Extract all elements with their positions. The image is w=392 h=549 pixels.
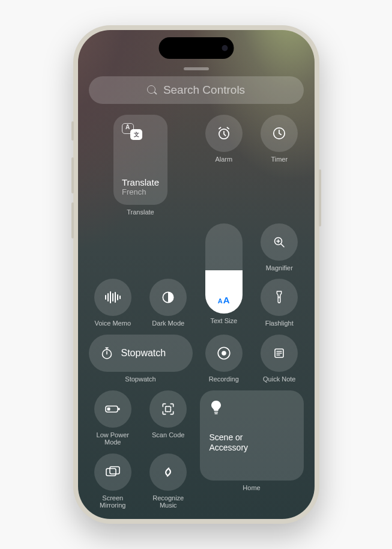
magnifier-label: Magnifier <box>266 264 293 272</box>
dark-mode-tile[interactable] <box>149 279 187 316</box>
flashlight-icon <box>273 290 286 305</box>
svg-rect-13 <box>214 413 217 414</box>
lightbulb-icon <box>210 400 223 416</box>
screen-mirroring-icon <box>104 465 121 479</box>
screen-mirroring-tile[interactable] <box>94 453 131 491</box>
home-tile-title: Scene or Accessory <box>210 432 294 453</box>
flashlight-tile[interactable] <box>261 279 298 316</box>
stopwatch-icon <box>100 346 114 360</box>
translate-title: Translate <box>122 177 159 187</box>
screen-mirroring-label: Screen Mirroring <box>100 494 125 509</box>
scan-code-label: Scan Code <box>152 431 184 439</box>
timer-tile[interactable] <box>261 115 298 152</box>
translate-caption: Translate <box>127 208 154 216</box>
dynamic-island <box>158 37 234 59</box>
low-power-icon <box>104 404 121 414</box>
magnifier-icon <box>272 235 286 249</box>
screen: Search Controls Translate French Transl <box>78 30 315 519</box>
search-controls-field[interactable]: Search Controls <box>89 76 304 104</box>
dark-mode-icon <box>160 290 176 305</box>
svg-rect-9 <box>118 408 120 410</box>
stopwatch-title: Stopwatch <box>121 348 166 359</box>
translate-subtitle: French <box>122 187 159 196</box>
recording-label: Recording <box>209 375 239 383</box>
svg-rect-14 <box>106 469 116 476</box>
recognize-music-tile[interactable] <box>149 453 187 491</box>
scan-code-icon <box>160 401 176 417</box>
svg-rect-11 <box>166 406 171 411</box>
iphone-frame: Search Controls Translate French Transl <box>73 25 319 524</box>
svg-rect-10 <box>107 407 110 410</box>
alarm-icon <box>216 126 232 141</box>
search-icon <box>147 85 157 96</box>
timer-label: Timer <box>271 156 288 163</box>
voice-memo-label: Voice Memo <box>94 320 131 327</box>
svg-point-6 <box>222 351 226 356</box>
scan-code-tile[interactable] <box>149 390 187 428</box>
text-size-label: Text Size <box>210 317 237 325</box>
alarm-label: Alarm <box>215 156 232 163</box>
flashlight-label: Flashlight <box>265 320 294 327</box>
volume-down-button <box>71 202 74 238</box>
alarm-tile[interactable] <box>205 115 243 152</box>
voice-memo-icon <box>105 291 121 303</box>
quick-note-label: Quick Note <box>263 375 295 383</box>
magnifier-tile[interactable] <box>261 223 298 261</box>
translate-icon <box>122 123 142 140</box>
recording-icon <box>216 345 232 361</box>
quick-note-tile[interactable] <box>261 335 298 372</box>
text-size-icon: AA <box>218 295 230 305</box>
side-button <box>71 121 74 141</box>
timer-icon <box>271 126 287 141</box>
voice-memo-tile[interactable] <box>94 279 131 316</box>
controls-grid: Translate French Translate Alarm <box>89 115 304 509</box>
low-power-tile[interactable] <box>94 390 131 428</box>
recording-tile[interactable] <box>205 335 243 372</box>
dark-mode-label: Dark Mode <box>152 320 184 327</box>
translate-tile[interactable]: Translate French <box>113 115 167 205</box>
text-size-slider[interactable]: AA <box>205 223 243 314</box>
quick-note-icon <box>272 346 286 360</box>
home-accessory-tile[interactable]: Scene or Accessory <box>200 390 304 481</box>
power-button <box>319 169 321 226</box>
sheet-grabber[interactable] <box>184 67 209 70</box>
search-placeholder: Search Controls <box>163 83 245 97</box>
svg-rect-12 <box>214 411 217 413</box>
stopwatch-caption: Stopwatch <box>125 375 155 383</box>
low-power-label: Low Power Mode <box>97 431 129 446</box>
stopwatch-tile[interactable]: Stopwatch <box>89 335 193 372</box>
shazam-icon <box>160 464 176 480</box>
recognize-music-label: Recognize Music <box>152 494 184 509</box>
home-tile-caption: Home <box>243 484 260 492</box>
svg-rect-15 <box>110 467 119 474</box>
volume-up-button <box>71 157 74 193</box>
